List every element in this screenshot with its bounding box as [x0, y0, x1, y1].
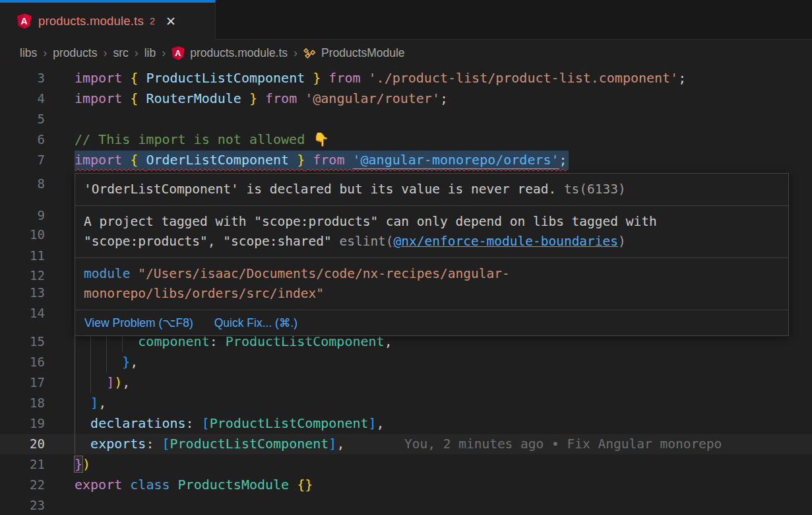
code-line-16[interactable]: }, — [75, 352, 138, 372]
angular-icon: A — [17, 14, 31, 29]
line-number-21[interactable]: 21 — [0, 454, 45, 475]
breadcrumb-item-lib[interactable]: lib — [144, 46, 156, 60]
code-line-19[interactable]: declarations: [ProductListComponent], — [75, 413, 385, 434]
line-number-10[interactable]: 10 — [0, 224, 45, 245]
code-line-21[interactable]: }) — [75, 454, 90, 475]
chevron-right-icon: › — [103, 46, 107, 60]
hover-module-info: module "/Users/isaac/Documents/code/nx-r… — [75, 258, 788, 310]
line-number-13[interactable]: 13 — [0, 283, 45, 303]
symbol-class-icon — [303, 47, 316, 59]
angular-icon: A — [172, 46, 184, 60]
line-number-14[interactable]: 14 — [0, 303, 45, 324]
line-number-6[interactable]: 6 — [0, 129, 45, 150]
breadcrumb-item-products[interactable]: products — [53, 46, 97, 60]
line-number-15[interactable]: 15 — [0, 331, 45, 352]
code-editor[interactable]: 3import { ProductListComponent } from '.… — [0, 66, 812, 515]
diagnostic-hover-popup: 'OrderListComponent' is declared but its… — [75, 173, 789, 336]
line-number-19[interactable]: 19 — [0, 413, 45, 434]
tab-products-module[interactable]: A products.module.ts 2 ✕ — [0, 0, 216, 40]
code-line-20[interactable]: exports: [ProductListComponent], — [75, 434, 344, 454]
tab-title: products.module.ts — [38, 14, 144, 28]
line-number-9[interactable]: 9 — [0, 205, 45, 226]
view-problem-action[interactable]: View Problem (⌥F8) — [84, 316, 193, 330]
quick-fix-action[interactable]: Quick Fix... (⌘.) — [214, 316, 297, 330]
chevron-right-icon: › — [135, 46, 139, 60]
line-number-3[interactable]: 3 — [0, 68, 45, 88]
chevron-right-icon: › — [294, 46, 297, 60]
code-line-17[interactable]: ]), — [75, 372, 130, 393]
tab-error-count: 2 — [150, 16, 155, 26]
hover-action-bar: View Problem (⌥F8)Quick Fix... (⌘.) — [75, 310, 788, 335]
chevron-right-icon: › — [162, 46, 166, 60]
breadcrumb-item-src[interactable]: src — [113, 46, 128, 60]
hover-eslint-diagnostic: A project tagged with "scope:products" c… — [75, 205, 788, 258]
line-number-23[interactable]: 23 — [0, 495, 45, 515]
vscode-window: A products.module.ts 2 ✕ libs›products›s… — [0, 0, 812, 515]
hover-ts-code: ts(6133) — [556, 182, 626, 197]
breadcrumb: libs›products›src›lib›Aproducts.module.t… — [0, 40, 812, 66]
tab-bar: A products.module.ts 2 ✕ — [0, 0, 812, 40]
line-number-11[interactable]: 11 — [0, 246, 45, 266]
line-number-4[interactable]: 4 — [0, 88, 45, 109]
hover-ts-diagnostic: 'OrderListComponent' is declared but its… — [75, 174, 788, 205]
git-blame-annotation: You, 2 minutes ago • Fix Angular monorep… — [404, 434, 722, 454]
line-number-7[interactable]: 7 — [0, 150, 45, 170]
code-line-4[interactable]: import { RouterModule } from '@angular/r… — [75, 88, 448, 109]
breadcrumb-symbol[interactable]: ProductsModule — [303, 46, 404, 60]
code-line-3[interactable]: import { ProductListComponent } from './… — [75, 68, 686, 88]
code-line-7[interactable]: import { OrderListComponent } from '@ang… — [75, 150, 569, 170]
code-line-6[interactable]: // This import is not allowed 👇 — [75, 129, 329, 150]
line-number-22[interactable]: 22 — [0, 475, 45, 495]
line-number-18[interactable]: 18 — [0, 393, 45, 413]
close-icon[interactable]: ✕ — [164, 14, 177, 29]
code-line-18[interactable]: ], — [75, 393, 106, 413]
line-number-20[interactable]: 20 — [0, 434, 45, 454]
breadcrumb-item-libs[interactable]: libs — [20, 46, 37, 60]
line-number-5[interactable]: 5 — [0, 109, 45, 129]
line-number-17[interactable]: 17 — [0, 372, 45, 393]
chevron-right-icon: › — [43, 46, 47, 60]
module-import-link[interactable]: '@angular-monorepo/orders' — [352, 152, 559, 168]
eslint-rule-link[interactable]: @nx/enforce-module-boundaries — [394, 234, 618, 249]
line-number-8[interactable]: 8 — [0, 174, 45, 194]
line-number-16[interactable]: 16 — [0, 352, 45, 372]
breadcrumb-file[interactable]: Aproducts.module.ts — [172, 46, 288, 60]
code-line-22[interactable]: export class ProductsModule {} — [75, 475, 313, 495]
